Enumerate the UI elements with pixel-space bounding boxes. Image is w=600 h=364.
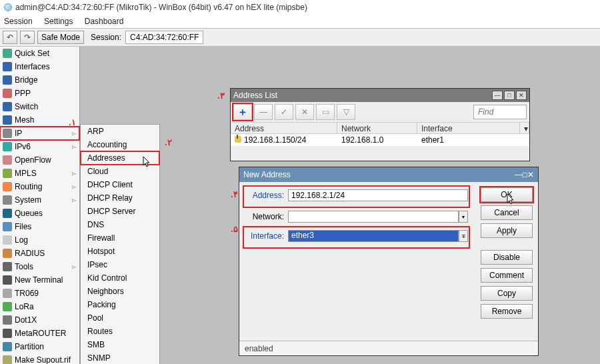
close-button[interactable]: ✕ [516,91,527,100]
button-column: OK Cancel Apply Disable Comment Copy Rem… [481,187,533,319]
remove-button[interactable]: — [254,104,273,120]
submenu-item-accounting[interactable]: Accounting [81,138,159,151]
window-titlebar: admin@C4:AD:34:72:60:FF (MikroTik) - Win… [0,0,600,15]
submenu-item-routes[interactable]: Routes [81,325,159,338]
sidebar-icon [3,195,12,205]
maximize-button[interactable]: □ [504,91,515,100]
find-input[interactable] [473,105,527,119]
submenu-item-ipsec[interactable]: IPsec [81,258,159,271]
header-address[interactable]: Address [231,123,337,133]
submenu-item-smb[interactable]: SMB [81,338,159,351]
sidebar-item-radius[interactable]: RADIUS [0,247,79,260]
header-interface[interactable]: Interface [417,123,520,133]
filter-button[interactable]: ▽ [337,104,355,120]
sidebar-item-mesh[interactable]: Mesh [0,113,79,127]
comment-button[interactable]: Comment [481,268,533,283]
header-network[interactable]: Network [337,123,417,133]
sidebar-item-log[interactable]: Log [0,233,79,247]
submenu-item-arp[interactable]: ARP [81,125,159,138]
menu-settings[interactable]: Settings [44,17,73,26]
submenu-item-firewall[interactable]: Firewall [81,231,159,245]
sidebar-item-bridge[interactable]: Bridge [0,73,79,87]
sidebar-item-label: Routing [15,182,42,191]
submenu-item-kid-control[interactable]: Kid Control [81,271,159,285]
safe-mode-button[interactable]: Safe Mode [37,31,84,44]
sidebar-icon [3,49,12,58]
sidebar-item-mpls[interactable]: MPLS▻ [0,167,79,180]
header-dropdown[interactable]: ▾ [520,123,529,133]
disable-button[interactable]: ✕ [295,104,314,120]
new-address-titlebar[interactable]: New Address — □ ✕ [239,167,538,182]
address-list-toolbar: ＋ — ✓ ✕ ▭ ▽ [231,102,529,122]
sidebar-item-switch[interactable]: Switch [0,100,79,113]
cancel-button[interactable]: Cancel [481,205,533,220]
submenu-item-hotspot[interactable]: Hotspot [81,245,159,258]
menu-session[interactable]: Session [4,17,33,26]
sidebar-item-routing[interactable]: Routing▻ [0,180,79,193]
sidebar-icon [3,289,12,298]
sidebar-item-tr069[interactable]: TR069 [0,287,79,300]
submenu-item-pool[interactable]: Pool [81,311,159,325]
sidebar-item-label: Files [15,222,31,231]
session-value: C4:AD:34:72:60:FF [125,31,203,44]
submenu-item-dhcp-relay[interactable]: DHCP Relay [81,191,159,205]
address-list-titlebar[interactable]: Address List — □ ✕ [231,89,529,102]
address-list-row[interactable]: 192.168.1.150/24 192.168.1.0 ether1 [231,134,529,146]
submenu-item-dns[interactable]: DNS [81,218,159,231]
sidebar-item-new-terminal[interactable]: New Terminal [0,273,79,287]
back-button[interactable]: ↶ [3,31,17,44]
sidebar-item-metarouter[interactable]: MetaROUTER [0,327,79,340]
add-button[interactable]: ＋ [233,104,252,120]
expand-icon: ▻ [72,263,77,270]
sidebar-item-quick-set[interactable]: Quick Set [0,47,79,60]
sidebar-item-label: IPv6 [15,142,31,151]
forward-button[interactable]: ↷ [20,31,35,44]
enable-button[interactable]: ✓ [275,104,293,120]
sidebar-item-openflow[interactable]: OpenFlow [0,153,79,167]
comment-button[interactable]: ▭ [316,104,335,120]
sidebar-icon [3,75,12,85]
submenu-item-dhcp-server[interactable]: DHCP Server [81,205,159,218]
sidebar-item-ipv6[interactable]: IPv6▻ [0,140,79,153]
submenu-item-neighbors[interactable]: Neighbors [81,285,159,298]
maximize-button[interactable]: □ [523,170,527,179]
apply-button[interactable]: Apply [481,223,533,238]
sidebar-item-label: Partition [15,342,44,351]
sidebar-item-partition[interactable]: Partition [0,340,79,353]
sidebar-item-interfaces[interactable]: Interfaces [0,60,79,73]
interface-dropdown[interactable]: ∓ [459,230,468,242]
sidebar-item-ip[interactable]: IP▻ [0,127,79,140]
sidebar-item-label: Mesh [15,115,34,125]
menu-dashboard[interactable]: Dashboard [85,17,124,26]
app-icon [4,3,12,11]
minimize-button[interactable]: — [515,170,523,179]
close-button[interactable]: ✕ [527,170,534,179]
submenu-item-snmp[interactable]: SNMP [81,351,159,364]
sidebar-item-make-supout-rif[interactable]: Make Supout.rif [0,353,79,364]
sidebar-item-queues[interactable]: Queues [0,207,79,220]
row-network: 192.168.1.0 [337,134,417,146]
sidebar-icon [3,142,12,151]
submenu-item-packing[interactable]: Packing [81,298,159,311]
interface-select[interactable]: ether3 [288,230,459,242]
cursor-icon [507,193,515,205]
network-input[interactable] [288,211,459,223]
sidebar-item-tools[interactable]: Tools▻ [0,260,79,273]
sidebar-icon [3,102,12,111]
sidebar-item-lora[interactable]: LoRa [0,300,79,313]
remove-button[interactable]: Remove [481,304,533,319]
network-label: Network: [245,212,288,221]
sidebar-item-ppp[interactable]: PPP [0,87,79,100]
sidebar-item-label: RADIUS [15,249,45,258]
minimize-button[interactable]: — [492,91,503,100]
annotation-1: .۱ [69,117,76,127]
copy-button[interactable]: Copy [481,286,533,301]
address-input[interactable] [288,189,468,201]
submenu-item-dhcp-client[interactable]: DHCP Client [81,178,159,191]
sidebar-item-files[interactable]: Files [0,220,79,233]
sidebar-item-dot1x[interactable]: Dot1X [0,313,79,327]
network-dropdown[interactable]: ▾ [459,211,468,223]
disable-button[interactable]: Disable [481,250,533,265]
sidebar-item-system[interactable]: System▻ [0,193,79,207]
cursor-icon [143,156,151,168]
